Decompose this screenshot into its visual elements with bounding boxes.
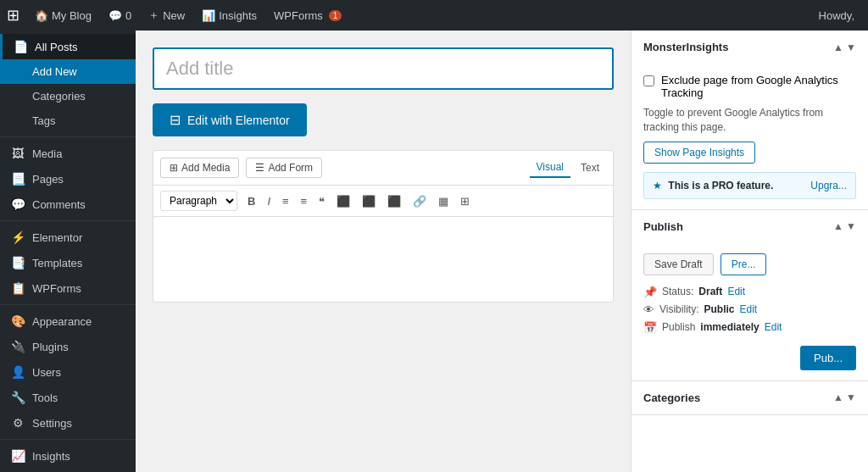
pages-icon: 📃 <box>10 172 25 186</box>
sidebar-item-comments[interactable]: 💬 Comments <box>0 192 136 217</box>
sidebar-item-add-new[interactable]: Add New <box>0 59 136 84</box>
elementor-icon: ⚡ <box>10 230 25 244</box>
calendar-icon: 📅 <box>643 321 657 334</box>
exclude-tracking-row: Exclude page from Google Analytics Track… <box>643 74 856 99</box>
publish-toggle-icon: ▲ ▼ <box>833 220 856 232</box>
pro-feature-bar: ★ This is a PRO feature. Upgra... <box>643 172 856 199</box>
adminbar-site[interactable]: 🏠 My Blog <box>28 0 98 31</box>
sidebar: 📄 All Posts Add New Categories Tags 🖼 Me… <box>0 31 136 472</box>
sidebar-item-categories[interactable]: Categories <box>0 84 136 108</box>
publish-time-edit-link[interactable]: Edit <box>765 321 782 333</box>
monster-insights-header[interactable]: MonsterInsights ▲ ▼ <box>632 31 868 64</box>
adminbar-wpforms[interactable]: WPForms 1 <box>267 0 348 31</box>
panel-title-categories: Categories <box>643 391 700 404</box>
adminbar-comments[interactable]: 💬 0 <box>102 0 138 31</box>
categories-panel: Categories ▲ ▼ <box>632 381 868 415</box>
italic-button[interactable]: I <box>262 192 275 211</box>
visibility-edit-link[interactable]: Edit <box>739 303 757 315</box>
sidebar-item-settings[interactable]: ⚙ Settings <box>0 410 136 436</box>
sidebar-item-tags[interactable]: Tags <box>0 108 136 133</box>
elementor-e-icon: ⊟ <box>170 112 181 128</box>
adminbar-howdy: Howdy, <box>812 9 861 22</box>
editor-box: ⊞ Add Media ☰ Add Form Visual Text <box>153 150 614 303</box>
star-icon: ★ <box>653 180 662 192</box>
show-page-insights-button[interactable]: Show Page Insights <box>643 142 755 164</box>
sidebar-item-media[interactable]: 🖼 Media <box>0 141 136 166</box>
wp-logo[interactable]: ⊞ <box>7 6 19 25</box>
tracking-description: Toggle to prevent Google Analytics from … <box>643 106 856 135</box>
monster-insights-body: Exclude page from Google Analytics Track… <box>632 64 868 209</box>
visual-tab[interactable]: Visual <box>530 158 570 178</box>
add-media-button[interactable]: ⊞ Add Media <box>160 158 239 178</box>
sidebar-item-appearance[interactable]: 🎨 Appearance <box>0 308 136 334</box>
templates-icon: 📑 <box>10 256 25 269</box>
edit-with-elementor-button[interactable]: ⊟ Edit with Elementor <box>153 103 307 136</box>
align-left-button[interactable]: ⬛ <box>331 192 355 211</box>
status-edit-link[interactable]: Edit <box>727 286 745 297</box>
comment-icon: 💬 <box>108 9 122 22</box>
editor-layout: ⊟ Edit with Elementor ⊞ Add Media ☰ Add … <box>136 31 868 472</box>
sidebar-item-templates[interactable]: 📑 Templates <box>0 250 136 275</box>
visibility-value: Public <box>704 303 734 315</box>
wpforms-icon: 📋 <box>10 281 25 295</box>
upgrade-link[interactable]: Upgra... <box>810 180 847 192</box>
sidebar-item-elementor[interactable]: ⚡ Elementor <box>0 225 136 250</box>
pro-feature-text: This is a PRO feature. <box>668 180 773 192</box>
main-layout: 📄 All Posts Add New Categories Tags 🖼 Me… <box>0 31 868 472</box>
sidebar-item-plugins[interactable]: 🔌 Plugins <box>0 334 136 359</box>
add-form-button[interactable]: ☰ Add Form <box>246 158 322 178</box>
preview-button[interactable]: Pre... <box>721 253 767 275</box>
posts-icon: 📄 <box>13 40 28 53</box>
status-icon: 📌 <box>643 286 657 298</box>
categories-toggle-icon: ▲ ▼ <box>833 391 856 403</box>
exclude-tracking-checkbox[interactable] <box>643 75 654 86</box>
unordered-list-button[interactable]: ≡ <box>277 192 294 211</box>
chart-icon: 📊 <box>202 9 215 22</box>
publish-button[interactable]: Pub... <box>800 346 856 370</box>
add-media-icon: ⊞ <box>170 162 178 174</box>
more-button[interactable]: ⊞ <box>455 192 475 211</box>
plugins-icon: 🔌 <box>10 340 25 353</box>
paragraph-select[interactable]: Paragraph <box>160 191 237 211</box>
adminbar-insights[interactable]: 📊 Insights <box>195 0 264 31</box>
appearance-icon: 🎨 <box>10 314 25 328</box>
editor-main: ⊟ Edit with Elementor ⊞ Add Media ☰ Add … <box>136 31 631 472</box>
publish-actions: Save Draft Pre... <box>643 253 856 275</box>
sidebar-item-wpforms[interactable]: 📋 WPForms <box>0 275 136 301</box>
publish-header[interactable]: Publish ▲ ▼ <box>632 210 868 243</box>
status-value: Draft <box>698 286 722 297</box>
editor-content[interactable] <box>153 217 613 302</box>
sidebar-item-insights[interactable]: 📈 Insights <box>0 443 136 469</box>
media-icon: 🖼 <box>10 147 25 160</box>
insights-icon: 📈 <box>10 449 25 463</box>
add-form-icon: ☰ <box>255 162 264 174</box>
link-button[interactable]: 🔗 <box>408 192 431 211</box>
settings-icon: ⚙ <box>10 416 25 430</box>
align-right-button[interactable]: ⬛ <box>382 192 406 211</box>
table-button[interactable]: ▦ <box>433 192 453 211</box>
comments-count: 0 <box>125 9 131 22</box>
sidebar-item-tools[interactable]: 🔧 Tools <box>0 385 136 410</box>
tools-icon: 🔧 <box>10 391 25 404</box>
sidebar-item-pages[interactable]: 📃 Pages <box>0 166 136 192</box>
monster-toggle-icon: ▲ ▼ <box>833 42 856 53</box>
post-title-input[interactable] <box>153 47 614 90</box>
visibility-icon: 👁 <box>643 303 654 316</box>
adminbar-new[interactable]: ＋ New <box>142 0 192 31</box>
sidebar-item-all-posts[interactable]: 📄 All Posts <box>0 34 136 59</box>
monster-insights-panel: MonsterInsights ▲ ▼ Exclude page from Go… <box>632 31 868 210</box>
bold-button[interactable]: B <box>242 192 260 211</box>
blockquote-button[interactable]: ❝ <box>314 192 330 211</box>
ordered-list-button[interactable]: ≡ <box>296 192 313 211</box>
visibility-row: 👁 Visibility: Public Edit <box>643 303 856 316</box>
comments-icon: 💬 <box>10 197 25 211</box>
text-tab[interactable]: Text <box>574 158 606 178</box>
align-center-button[interactable]: ⬛ <box>357 192 381 211</box>
publish-body: Save Draft Pre... 📌 Status: Draft Edit 👁… <box>632 243 868 380</box>
panel-title-monster: MonsterInsights <box>643 41 728 53</box>
save-draft-button[interactable]: Save Draft <box>643 253 714 275</box>
categories-header[interactable]: Categories ▲ ▼ <box>632 381 868 414</box>
format-toolbar: Paragraph B I ≡ ≡ ❝ ⬛ ⬛ ⬛ 🔗 ▦ ⊞ <box>153 186 613 217</box>
sidebar-item-users[interactable]: 👤 Users <box>0 359 136 385</box>
media-toolbar: ⊞ Add Media ☰ Add Form Visual Text <box>153 151 613 186</box>
